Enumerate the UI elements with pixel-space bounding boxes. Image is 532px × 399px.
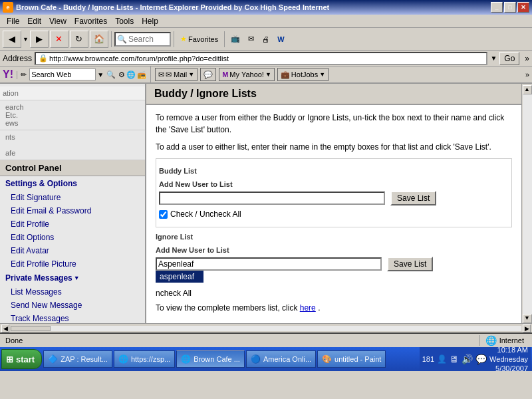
sidebar: ation earch Etc. ews nts afe Control Pan… bbox=[0, 84, 146, 323]
private-messages-title[interactable]: Private Messages ▼ bbox=[0, 271, 145, 285]
main-area: ation earch Etc. ews nts afe Control Pan… bbox=[0, 84, 532, 323]
yahoo-hotjobs-button[interactable]: 💼 HotJobs ▼ bbox=[277, 68, 329, 81]
yahoo-globe-icon[interactable]: 🌐 bbox=[126, 70, 136, 79]
content-area: Buddy / Ignore Lists To remove a user fr… bbox=[146, 84, 521, 323]
back-dropdown[interactable]: ▼ bbox=[23, 36, 29, 43]
ie-icon-2: 🌐 bbox=[181, 354, 191, 364]
menu-tools[interactable]: Tools bbox=[111, 15, 138, 27]
mail-dropdown[interactable]: ▼ bbox=[188, 71, 194, 78]
taskbar-tray: 181 👤 🖥 🔊 💬 10:18 AM Wednesday 5/30/2007 bbox=[420, 347, 531, 371]
sound-icon[interactable]: 🔊 bbox=[462, 354, 473, 364]
yahoo-radio-icon[interactable]: 📻 bbox=[137, 70, 146, 79]
maximize-button[interactable]: □ bbox=[504, 2, 516, 13]
edit-avatar-link[interactable]: Edit Avatar bbox=[0, 244, 145, 257]
yahoo-search-icon[interactable]: 🔍 bbox=[106, 70, 116, 79]
send-message-link[interactable]: Send New Message bbox=[0, 299, 145, 312]
address-label: Address bbox=[3, 54, 32, 63]
ie-links-button[interactable]: » bbox=[525, 54, 529, 63]
favorites-button[interactable]: ★ Favorites bbox=[177, 30, 221, 49]
myyahoo-dropdown[interactable]: ▼ bbox=[265, 71, 271, 78]
paint-icon: 🎨 bbox=[322, 354, 332, 364]
yahoo-messenger-button[interactable]: 💬 bbox=[200, 68, 216, 81]
edit-email-password-link[interactable]: Edit Email & Password bbox=[0, 204, 145, 217]
menu-favorites[interactable]: Favorites bbox=[70, 15, 111, 27]
buddy-save-btn[interactable]: Save List bbox=[390, 191, 436, 205]
edit-options-link[interactable]: Edit Options bbox=[0, 231, 145, 244]
yahoo-messenger-tray[interactable]: 💬 bbox=[475, 354, 487, 364]
ncheck-text: ncheck All bbox=[156, 289, 192, 298]
minimize-button[interactable]: _ bbox=[491, 2, 503, 13]
address-input[interactable] bbox=[49, 55, 483, 63]
h-scroll-thumb[interactable] bbox=[11, 326, 51, 331]
yahoo-m-icon: M bbox=[222, 70, 228, 78]
yahoo-search-dropdown[interactable]: ▼ bbox=[97, 71, 104, 78]
view-members-row: To view the complete members list, click… bbox=[156, 303, 512, 313]
home-button[interactable]: 🏠 bbox=[90, 31, 108, 48]
yahoo-pencil[interactable]: ✏ bbox=[21, 70, 27, 79]
status-bar: Done 🌐 Internet bbox=[0, 332, 532, 347]
ignore-save-btn[interactable]: Save List bbox=[387, 257, 433, 271]
search-box: 🔍 bbox=[114, 32, 171, 47]
menu-edit[interactable]: Edit bbox=[23, 15, 45, 27]
back-button[interactable]: ◀ bbox=[3, 31, 21, 48]
autocomplete-dropdown[interactable]: aspenleaf bbox=[156, 271, 203, 283]
taskbar-item-zsp[interactable]: 🌐 https://zsp... bbox=[114, 350, 175, 368]
here-link[interactable]: here bbox=[300, 303, 316, 313]
forward-button[interactable]: ▶ bbox=[30, 31, 49, 48]
zap-icon: 🔷 bbox=[48, 354, 58, 364]
hotjobs-dropdown[interactable]: ▼ bbox=[319, 71, 325, 78]
menu-view[interactable]: View bbox=[45, 15, 70, 27]
taskbar-item-zap[interactable]: 🔷 ZAP : Result... bbox=[43, 350, 112, 368]
taskbar-item-paint[interactable]: 🎨 untitled - Paint bbox=[317, 350, 386, 368]
edit-signature-link[interactable]: Edit Signature bbox=[0, 191, 145, 204]
address-dropdown[interactable]: ▼ bbox=[490, 55, 497, 62]
taskbar-item-browncafe[interactable]: 🌐 Brown Cafe ... bbox=[176, 350, 245, 368]
ignore-check-row: ncheck All bbox=[156, 289, 512, 298]
buddy-check-row: Check / Uncheck All bbox=[159, 209, 509, 219]
stop-button[interactable]: ✕ bbox=[50, 31, 68, 48]
search-input[interactable] bbox=[128, 35, 168, 44]
media-button[interactable]: 📺 bbox=[227, 30, 243, 49]
title-bar: e Brown Cafe - Buddy / Ignore Lists - In… bbox=[0, 0, 532, 15]
scroll-left-btn[interactable]: ◀ bbox=[1, 325, 9, 332]
refresh-button[interactable]: ↻ bbox=[70, 31, 88, 48]
track-messages-link[interactable]: Track Messages bbox=[0, 312, 145, 323]
status-done: Done bbox=[3, 336, 477, 344]
search-icon: 🔍 bbox=[117, 35, 127, 44]
taskbar-item-aol[interactable]: 🔵 America Onli... bbox=[246, 350, 316, 368]
edit-profile-link[interactable]: Edit Profile bbox=[0, 217, 145, 231]
edit-profile-picture-link[interactable]: Edit Profile Picture bbox=[0, 257, 145, 271]
scroll-track bbox=[523, 94, 532, 314]
system-clock: 10:18 AM Wednesday 5/30/2007 bbox=[489, 345, 528, 374]
menu-help[interactable]: Help bbox=[138, 15, 162, 27]
scrollbar[interactable]: ▲ ▼ bbox=[521, 84, 532, 323]
settings-options-title[interactable]: Settings & Options bbox=[0, 176, 145, 191]
check-uncheck-label: Check / Uncheck All bbox=[170, 209, 241, 219]
buddy-add-row: Save List bbox=[159, 191, 509, 205]
star-icon: ★ bbox=[180, 35, 187, 43]
scroll-right-btn[interactable]: ▶ bbox=[523, 325, 531, 332]
start-button[interactable]: ⊞ start bbox=[1, 349, 42, 369]
word-button[interactable]: W bbox=[274, 30, 287, 49]
aol-icon: 🔵 bbox=[251, 354, 261, 364]
mail-button[interactable]: ✉ bbox=[245, 30, 257, 49]
scroll-down-btn[interactable]: ▼ bbox=[523, 314, 532, 323]
yahoo-search-input[interactable] bbox=[29, 68, 96, 80]
yahoo-separator1: | bbox=[16, 70, 18, 79]
go-button[interactable]: Go bbox=[499, 52, 519, 65]
yahoo-mail-button[interactable]: ✉ ✉ Mail ▼ bbox=[155, 68, 198, 81]
network-icon[interactable]: 🖥 bbox=[450, 354, 459, 364]
intro-text-1: To remove a user from either the Buddy o… bbox=[156, 112, 512, 136]
close-button[interactable]: ✕ bbox=[517, 2, 529, 13]
ignore-input[interactable] bbox=[156, 257, 382, 271]
yahoo-bar: Y! | ✏ ▼ 🔍 ⚙ 🌐 📻 ✉ ✉ Mail ▼ 💬 M My Yahoo… bbox=[0, 66, 532, 84]
list-messages-link[interactable]: List Messages bbox=[0, 285, 145, 299]
buddy-input[interactable] bbox=[159, 192, 385, 205]
check-all-checkbox[interactable] bbox=[159, 210, 168, 219]
print-button[interactable]: 🖨 bbox=[259, 30, 273, 49]
menu-file[interactable]: File bbox=[3, 15, 23, 27]
yahoo-options-icon[interactable]: ⚙ bbox=[118, 70, 125, 79]
yahoo-myyahoo-button[interactable]: M My Yahoo! ▼ bbox=[219, 68, 275, 81]
yahoo-more[interactable]: » bbox=[525, 70, 529, 78]
scroll-up-btn[interactable]: ▲ bbox=[523, 85, 532, 94]
